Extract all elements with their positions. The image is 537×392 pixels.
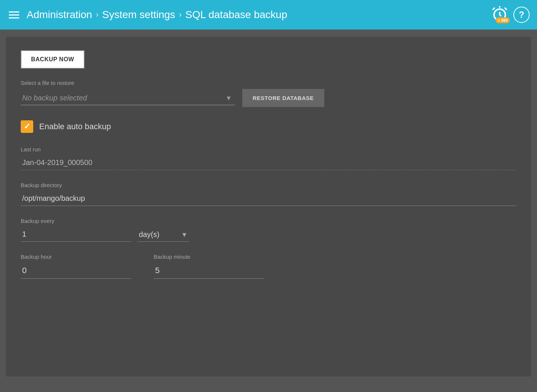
breadcrumb-administration[interactable]: Administration	[27, 9, 92, 21]
checkmark-icon: ✓	[24, 122, 30, 131]
backup-every-row: day(s) hour(s) week(s) ▼	[21, 227, 516, 242]
auto-backup-row: ✓ Enable auto backup	[21, 120, 516, 133]
restore-database-button[interactable]: RESTORE DATABASE	[242, 89, 324, 107]
restore-row: No backup selected ▼ RESTORE DATABASE	[21, 89, 516, 107]
last-run-label: Last run	[21, 146, 516, 152]
backup-minute-label: Backup minute	[154, 254, 264, 260]
backup-dir-input[interactable]	[21, 191, 516, 206]
breadcrumb-system-settings[interactable]: System settings	[102, 9, 175, 21]
breadcrumb-sql-backup[interactable]: SQL database backup	[185, 9, 287, 21]
file-select-wrapper: No backup selected ▼	[21, 91, 235, 105]
backup-every-unit-wrapper: day(s) hour(s) week(s) ▼	[137, 227, 189, 242]
backup-every-label: Backup every	[21, 218, 516, 224]
last-run-value: Jan-04-2019_000500	[21, 155, 516, 170]
last-run-field: Last run Jan-04-2019_000500	[21, 146, 516, 170]
restore-section: Select a file to restore No backup selec…	[21, 80, 516, 107]
alarm-button[interactable]: > 999	[491, 6, 508, 24]
backup-time-row: Backup hour Backup minute	[21, 254, 516, 279]
backup-dir-label: Backup directory	[21, 182, 516, 188]
backup-hour-input[interactable]	[21, 263, 131, 279]
backup-now-button[interactable]: BACKUP NOW	[21, 50, 85, 69]
breadcrumb-separator-2: ›	[179, 10, 181, 20]
hamburger-menu-icon[interactable]	[7, 10, 21, 20]
hamburger-line-3	[9, 17, 19, 18]
header: Administration › System settings › SQL d…	[0, 0, 537, 30]
breadcrumb: Administration › System settings › SQL d…	[27, 9, 485, 21]
backup-minute-field: Backup minute	[154, 254, 264, 279]
help-label: ?	[519, 10, 524, 20]
backup-dir-field: Backup directory	[21, 182, 516, 206]
main-content: BACKUP NOW Select a file to restore No b…	[6, 37, 531, 376]
backup-hour-field: Backup hour	[21, 254, 131, 279]
backup-every-num-wrapper	[21, 227, 131, 242]
file-select[interactable]: No backup selected	[21, 91, 235, 105]
backup-every-num-input[interactable]	[21, 227, 131, 242]
breadcrumb-separator-1: ›	[96, 10, 98, 20]
restore-label: Select a file to restore	[21, 80, 516, 86]
hamburger-line-2	[9, 14, 19, 16]
alarm-badge: > 999	[496, 17, 510, 23]
enable-auto-backup-label: Enable auto backup	[39, 122, 111, 131]
backup-hour-label: Backup hour	[21, 254, 131, 260]
backup-minute-input[interactable]	[154, 263, 264, 279]
help-button[interactable]: ?	[513, 7, 530, 23]
backup-every-unit-select[interactable]: day(s) hour(s) week(s)	[137, 227, 189, 242]
enable-auto-backup-checkbox[interactable]: ✓	[21, 120, 33, 133]
header-icons: > 999 ?	[491, 6, 530, 24]
hamburger-line-1	[9, 11, 19, 13]
backup-every-field: Backup every day(s) hour(s) week(s) ▼	[21, 218, 516, 242]
